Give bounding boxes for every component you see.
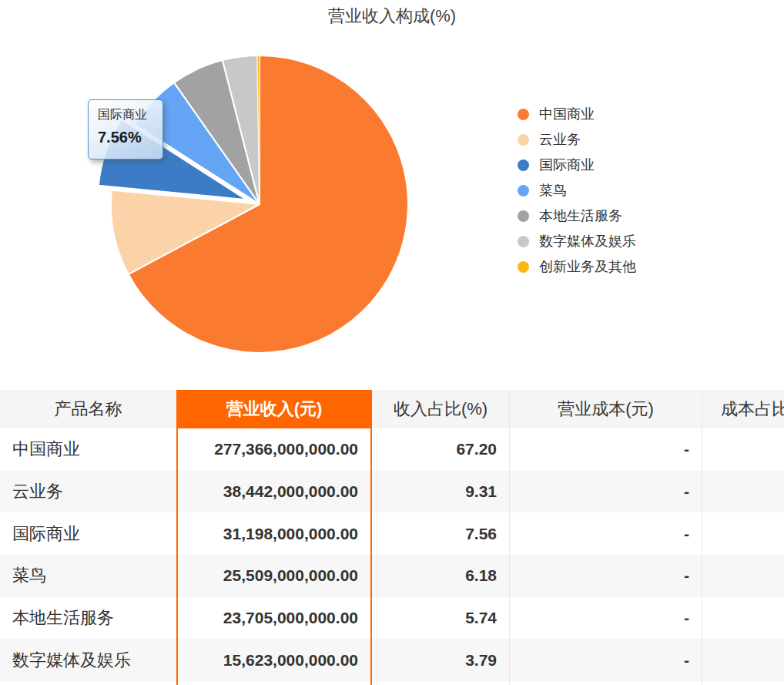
tooltip-value: 7.56% xyxy=(98,129,153,146)
cell-2-2: 7.56 xyxy=(372,512,510,555)
cell-4-4 xyxy=(702,597,784,640)
cell-0-0: 中国商业 xyxy=(0,428,176,471)
legend-label: 创新业务及其他 xyxy=(539,260,636,274)
legend-item-2[interactable]: 国际商业 xyxy=(518,158,636,172)
table-row-0: 中国商业277,366,000,000.0067.20- xyxy=(0,428,784,471)
pie-chart-area: 营业收入构成(%) 国际商业 7.56% 中国商业云业务国际商业菜鸟本地生活服务… xyxy=(0,0,784,390)
header-cell-3[interactable]: 营业成本(元) xyxy=(510,390,702,428)
data-table: 产品名称营业收入(元)收入占比(%)营业成本(元)成本占比(%) 中国商业277… xyxy=(0,390,784,685)
legend-marker-icon xyxy=(518,159,529,171)
header-cell-2[interactable]: 收入占比(%) xyxy=(372,390,510,428)
legend-label: 中国商业 xyxy=(539,107,595,121)
cell-1-1: 38,442,000,000.00 xyxy=(176,471,372,513)
legend-label: 本地生活服务 xyxy=(539,209,622,223)
chart-legend: 中国商业云业务国际商业菜鸟本地生活服务数字媒体及娱乐创新业务及其他 xyxy=(518,107,636,285)
cell-2-3: - xyxy=(510,512,702,555)
cell-5-4 xyxy=(702,639,784,681)
cell-1-4 xyxy=(702,471,784,513)
legend-item-4[interactable]: 本地生活服务 xyxy=(518,209,636,223)
header-cell-4[interactable]: 成本占比(%) xyxy=(702,390,784,428)
cell-0-2: 67.20 xyxy=(372,428,510,471)
cell-3-1: 25,509,000,000.00 xyxy=(176,555,372,597)
partial-cell-1 xyxy=(176,681,372,685)
cell-5-0: 数字媒体及娱乐 xyxy=(0,639,176,681)
cell-2-4 xyxy=(702,512,784,555)
cell-3-2: 6.18 xyxy=(372,555,510,597)
cell-4-1: 23,705,000,000.00 xyxy=(176,597,372,640)
cell-2-0: 国际商业 xyxy=(0,512,176,555)
legend-label: 国际商业 xyxy=(539,158,595,172)
table-row-partial xyxy=(0,681,784,685)
legend-item-6[interactable]: 创新业务及其他 xyxy=(518,260,636,274)
tooltip-series-name: 国际商业 xyxy=(98,107,153,123)
legend-marker-icon xyxy=(518,261,529,273)
legend-item-1[interactable]: 云业务 xyxy=(518,133,636,146)
cell-0-3: - xyxy=(510,428,702,471)
cell-1-2: 9.31 xyxy=(372,471,510,513)
cell-1-3: - xyxy=(510,471,702,513)
legend-marker-icon xyxy=(518,236,529,247)
cell-4-2: 5.74 xyxy=(372,597,510,640)
cell-2-1: 31,198,000,000.00 xyxy=(176,512,372,555)
table-row-3: 菜鸟25,509,000,000.006.18- xyxy=(0,555,784,597)
cell-1-0: 云业务 xyxy=(0,471,176,513)
legend-marker-icon xyxy=(518,134,529,146)
legend-marker-icon xyxy=(518,109,529,120)
pie-chart xyxy=(0,0,784,390)
legend-marker-icon xyxy=(518,185,529,196)
table-row-5: 数字媒体及娱乐15,623,000,000.003.79- xyxy=(0,639,784,681)
cell-5-1: 15,623,000,000.00 xyxy=(176,639,372,681)
table-body: 中国商业277,366,000,000.0067.20-云业务38,442,00… xyxy=(0,428,784,685)
cell-4-0: 本地生活服务 xyxy=(0,597,176,640)
cell-3-0: 菜鸟 xyxy=(0,555,176,597)
legend-item-3[interactable]: 菜鸟 xyxy=(518,183,636,197)
legend-label: 菜鸟 xyxy=(539,183,567,197)
header-cell-0[interactable]: 产品名称 xyxy=(0,390,176,428)
cell-0-4 xyxy=(702,428,784,471)
revenue-composition-panel: 营业收入构成(%) 国际商业 7.56% 中国商业云业务国际商业菜鸟本地生活服务… xyxy=(0,0,784,685)
legend-marker-icon xyxy=(518,210,529,222)
table-row-1: 云业务38,442,000,000.009.31- xyxy=(0,471,784,513)
partial-cell-3 xyxy=(510,681,702,685)
legend-label: 数字媒体及娱乐 xyxy=(539,234,636,248)
legend-item-0[interactable]: 中国商业 xyxy=(518,107,636,121)
cell-4-3: - xyxy=(510,597,702,640)
cell-5-3: - xyxy=(510,639,702,681)
table-header-row: 产品名称营业收入(元)收入占比(%)营业成本(元)成本占比(%) xyxy=(0,390,784,428)
table-row-4: 本地生活服务23,705,000,000.005.74- xyxy=(0,597,784,640)
table-row-2: 国际商业31,198,000,000.007.56- xyxy=(0,512,784,555)
header-cell-1[interactable]: 营业收入(元) xyxy=(176,390,372,428)
cell-5-2: 3.79 xyxy=(372,639,510,681)
chart-tooltip: 国际商业 7.56% xyxy=(88,99,163,159)
cell-3-3: - xyxy=(510,555,702,597)
legend-label: 云业务 xyxy=(539,133,581,146)
partial-cell-2 xyxy=(372,681,510,685)
partial-cell-0 xyxy=(0,681,176,685)
legend-item-5[interactable]: 数字媒体及娱乐 xyxy=(518,234,636,248)
partial-cell-4 xyxy=(702,681,784,685)
cell-0-1: 277,366,000,000.00 xyxy=(176,428,372,471)
cell-3-4 xyxy=(702,555,784,597)
